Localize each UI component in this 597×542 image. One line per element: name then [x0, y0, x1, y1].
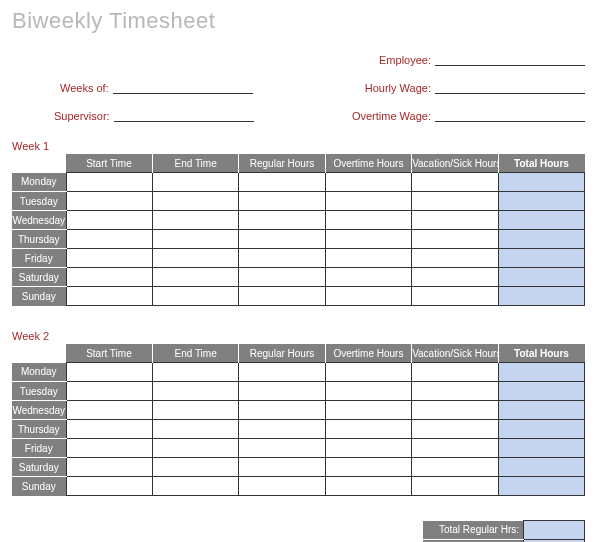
- cell-regular[interactable]: [239, 173, 325, 192]
- hourly-wage-field[interactable]: [435, 79, 585, 94]
- cell-start[interactable]: [66, 439, 152, 458]
- cell-regular[interactable]: [239, 211, 325, 230]
- cell-start[interactable]: [66, 382, 152, 401]
- cell-regular[interactable]: [239, 477, 325, 496]
- cell-overtime[interactable]: [325, 249, 411, 268]
- cell-end[interactable]: [152, 401, 238, 420]
- cell-overtime[interactable]: [325, 477, 411, 496]
- cell-vacation[interactable]: [412, 401, 498, 420]
- cell-regular[interactable]: [239, 420, 325, 439]
- cell-overtime[interactable]: [325, 363, 411, 382]
- cell-vacation[interactable]: [412, 458, 498, 477]
- cell-regular[interactable]: [239, 230, 325, 249]
- cell-overtime[interactable]: [325, 401, 411, 420]
- cell-end[interactable]: [152, 439, 238, 458]
- cell-total: [498, 173, 584, 192]
- cell-regular[interactable]: [239, 249, 325, 268]
- cell-regular[interactable]: [239, 458, 325, 477]
- cell-end[interactable]: [152, 420, 238, 439]
- cell-overtime[interactable]: [325, 382, 411, 401]
- day-label: Tuesday: [12, 382, 66, 401]
- cell-end[interactable]: [152, 477, 238, 496]
- supervisor-label: Supervisor:: [54, 110, 110, 122]
- cell-vacation[interactable]: [412, 211, 498, 230]
- cell-start[interactable]: [66, 268, 152, 287]
- cell-regular[interactable]: [239, 192, 325, 211]
- cell-overtime[interactable]: [325, 211, 411, 230]
- cell-end[interactable]: [152, 382, 238, 401]
- col-vacation: Vacation/Sick Hours: [412, 344, 498, 363]
- cell-vacation[interactable]: [412, 439, 498, 458]
- cell-start[interactable]: [66, 477, 152, 496]
- cell-end[interactable]: [152, 211, 238, 230]
- table-row: Wednesday: [12, 211, 585, 230]
- cell-end[interactable]: [152, 363, 238, 382]
- day-label: Sunday: [12, 287, 66, 306]
- cell-total: [498, 458, 584, 477]
- cell-start[interactable]: [66, 363, 152, 382]
- day-label: Friday: [12, 439, 66, 458]
- cell-overtime[interactable]: [325, 420, 411, 439]
- total-regular-label: Total Regular Hrs:: [423, 521, 524, 540]
- cell-start[interactable]: [66, 458, 152, 477]
- supervisor-field[interactable]: [114, 107, 254, 122]
- cell-regular[interactable]: [239, 382, 325, 401]
- cell-total: [498, 211, 584, 230]
- cell-overtime[interactable]: [325, 439, 411, 458]
- cell-start[interactable]: [66, 230, 152, 249]
- cell-start[interactable]: [66, 192, 152, 211]
- cell-vacation[interactable]: [412, 477, 498, 496]
- cell-vacation[interactable]: [412, 420, 498, 439]
- cell-vacation[interactable]: [412, 192, 498, 211]
- cell-regular[interactable]: [239, 287, 325, 306]
- cell-start[interactable]: [66, 211, 152, 230]
- cell-vacation[interactable]: [412, 173, 498, 192]
- week1-blank-corner: [12, 154, 66, 173]
- cell-regular[interactable]: [239, 401, 325, 420]
- cell-overtime[interactable]: [325, 192, 411, 211]
- cell-vacation[interactable]: [412, 382, 498, 401]
- cell-overtime[interactable]: [325, 230, 411, 249]
- day-label: Sunday: [12, 477, 66, 496]
- cell-overtime[interactable]: [325, 458, 411, 477]
- col-total: Total Hours: [498, 154, 584, 173]
- employee-field[interactable]: [435, 51, 585, 66]
- cell-regular[interactable]: [239, 268, 325, 287]
- cell-vacation[interactable]: [412, 287, 498, 306]
- cell-vacation[interactable]: [412, 230, 498, 249]
- cell-start[interactable]: [66, 173, 152, 192]
- table-row: Thursday: [12, 230, 585, 249]
- table-row: Monday: [12, 173, 585, 192]
- cell-start[interactable]: [66, 420, 152, 439]
- overtime-wage-label: Overtime Wage:: [352, 110, 431, 122]
- cell-overtime[interactable]: [325, 268, 411, 287]
- cell-regular[interactable]: [239, 439, 325, 458]
- cell-end[interactable]: [152, 287, 238, 306]
- cell-start[interactable]: [66, 249, 152, 268]
- cell-vacation[interactable]: [412, 249, 498, 268]
- overtime-wage-field[interactable]: [435, 107, 585, 122]
- cell-start[interactable]: [66, 401, 152, 420]
- cell-total: [498, 192, 584, 211]
- cell-regular[interactable]: [239, 363, 325, 382]
- cell-total: [498, 230, 584, 249]
- cell-start[interactable]: [66, 287, 152, 306]
- cell-end[interactable]: [152, 268, 238, 287]
- cell-vacation[interactable]: [412, 363, 498, 382]
- cell-vacation[interactable]: [412, 268, 498, 287]
- week2-table: Start Time End Time Regular Hours Overti…: [12, 344, 585, 496]
- cell-total: [498, 268, 584, 287]
- cell-overtime[interactable]: [325, 287, 411, 306]
- cell-end[interactable]: [152, 458, 238, 477]
- week1-block: Week 1 Start Time End Time Regular Hours…: [12, 140, 585, 306]
- col-vacation: Vacation/Sick Hours: [412, 154, 498, 173]
- summary-block: Total Regular Hrs: Total Overtime Hrs: T…: [12, 520, 585, 542]
- weeks-of-field[interactable]: [113, 79, 253, 94]
- cell-overtime[interactable]: [325, 173, 411, 192]
- cell-end[interactable]: [152, 192, 238, 211]
- day-label: Thursday: [12, 420, 66, 439]
- cell-end[interactable]: [152, 249, 238, 268]
- cell-end[interactable]: [152, 173, 238, 192]
- cell-end[interactable]: [152, 230, 238, 249]
- table-row: Wednesday: [12, 401, 585, 420]
